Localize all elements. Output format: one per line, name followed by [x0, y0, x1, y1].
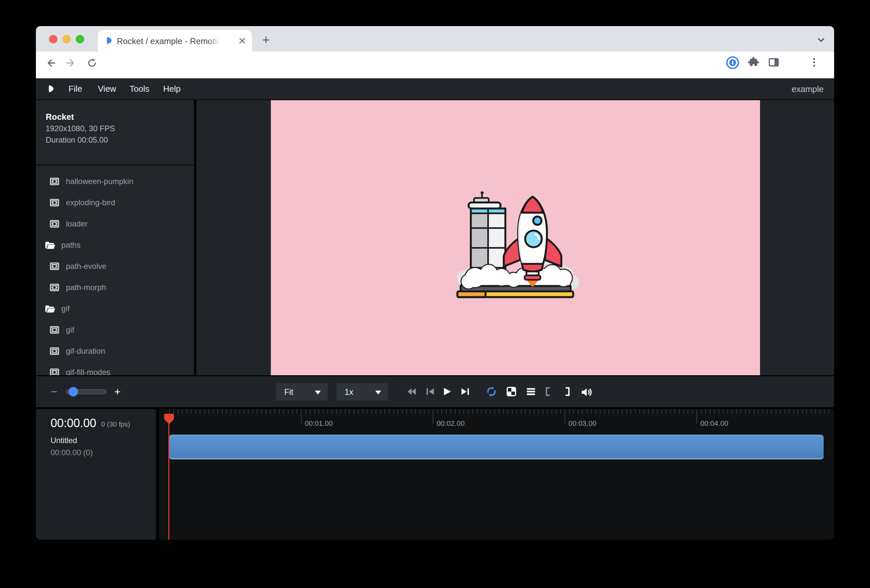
sidebar-item-label: gif-duration: [66, 347, 105, 356]
tab-strip: Rocket / example - Remotion Pr +: [36, 26, 834, 52]
menu-view[interactable]: View: [98, 84, 116, 94]
sidebar-folder-gif[interactable]: gif: [36, 298, 194, 319]
sidebar-item-loader[interactable]: loader: [36, 213, 194, 234]
open-folder-icon: [45, 240, 55, 251]
close-window-button[interactable]: [49, 35, 57, 43]
menu-tools[interactable]: Tools: [130, 84, 149, 94]
sidebar-item-gif-duration[interactable]: gif-duration: [36, 340, 194, 362]
transparency-checkerboard-icon[interactable]: [506, 386, 517, 397]
sidebar-item-halloween-pumpkin[interactable]: halloween-pumpkin: [36, 171, 194, 192]
side-panel-icon[interactable]: [767, 56, 780, 68]
ruler-label: 00:02.00: [436, 419, 465, 428]
second-tick: [696, 409, 697, 424]
app-menubar: File View Tools Help example: [36, 78, 834, 100]
timeline-track-bar[interactable]: [169, 435, 824, 460]
in-point-bracket-icon[interactable]: [542, 386, 553, 397]
film-icon: [50, 325, 60, 335]
timeline-rows-icon[interactable]: [525, 386, 536, 397]
reload-icon[interactable]: [86, 57, 98, 68]
content-area: Rocket 1920x1080, 30 FPS Duration 00:05.…: [36, 100, 834, 375]
size-select-dropdown[interactable]: Fit: [276, 383, 328, 401]
sidebar-item-label: gif: [61, 304, 70, 313]
browser-menu-kebab-icon[interactable]: [808, 56, 820, 68]
sidebar-item-label: paths: [61, 241, 80, 250]
ruler-label: 00:01.00: [305, 419, 333, 428]
second-tick: [565, 409, 565, 424]
chevron-down-icon: [315, 391, 321, 394]
menu-help[interactable]: Help: [163, 84, 180, 94]
film-icon: [50, 219, 60, 229]
film-icon: [50, 261, 60, 271]
film-icon: [50, 198, 60, 207]
next-frame-icon[interactable]: [460, 386, 471, 397]
minimize-window-button[interactable]: [62, 35, 71, 43]
zoom-slider-thumb[interactable]: [69, 387, 78, 396]
timeline-ruler[interactable]: [169, 409, 830, 414]
playhead-pin-icon[interactable]: [164, 413, 174, 426]
speed-select-dropdown[interactable]: 1x: [336, 383, 388, 401]
composition-list: halloween-pumpkin exploding-bird loader …: [36, 171, 194, 383]
sidebar-folder-paths[interactable]: paths: [36, 234, 194, 256]
menu-file[interactable]: File: [69, 84, 82, 94]
zoom-in-button[interactable]: +: [114, 386, 121, 398]
loop-icon[interactable]: [485, 385, 498, 398]
sidebar-item-exploding-bird[interactable]: exploding-bird: [36, 192, 194, 213]
remotion-logo-icon[interactable]: [46, 84, 56, 94]
chevron-down-icon: [375, 391, 381, 394]
ruler-label: 00:03.00: [569, 419, 597, 428]
tab-close-icon[interactable]: [238, 37, 246, 45]
sidebar-item-gif[interactable]: gif: [36, 319, 194, 340]
sidebar-item-path-morph[interactable]: path-morph: [36, 277, 194, 298]
back-icon[interactable]: [45, 57, 56, 68]
frame-counter: 0 (30 fps): [101, 420, 130, 428]
remotion-favicon-icon: [104, 36, 114, 45]
sidebar-item-label: path-morph: [66, 283, 106, 292]
film-icon: [50, 177, 60, 186]
new-tab-button[interactable]: +: [258, 33, 273, 48]
sidebar-item-label: gif: [66, 325, 74, 335]
browser-tab[interactable]: Rocket / example - Remotion Pr: [98, 30, 252, 52]
timeline-info-panel: 00:00.00 0 (30 fps) Untitled 00:00.00 (0…: [36, 409, 159, 540]
volume-icon[interactable]: [580, 386, 593, 398]
tab-search-chevron-icon[interactable]: [816, 35, 825, 45]
film-icon: [50, 346, 60, 356]
sidebar-item-label: halloween-pumpkin: [66, 177, 134, 186]
composition-canvas[interactable]: [271, 100, 760, 375]
size-select-value: Fit: [284, 387, 293, 397]
open-folder-icon: [45, 303, 55, 314]
zoom-window-button[interactable]: [76, 35, 84, 43]
preview-toolbar: − + Fit 1x: [36, 375, 834, 409]
skip-to-start-icon[interactable]: [406, 386, 417, 397]
composition-title: Rocket: [46, 112, 74, 122]
track-name: Untitled: [51, 436, 77, 445]
playhead-line[interactable]: [168, 414, 169, 540]
sidebar-viewer-divider[interactable]: [194, 100, 197, 375]
ruler-label: 00:04.00: [700, 419, 728, 428]
composition-duration: Duration 00:05.00: [46, 135, 108, 144]
second-tick: [433, 409, 434, 424]
sidebar-item-label: exploding-bird: [66, 198, 115, 207]
compositions-sidebar: Rocket 1920x1080, 30 FPS Duration 00:05.…: [36, 100, 194, 375]
track-time: 00:00.00 (0): [51, 448, 93, 457]
timeline-panel: 00:00.00 0 (30 fps) Untitled 00:00.00 (0…: [36, 409, 834, 540]
project-name-label: example: [792, 84, 824, 94]
play-icon[interactable]: [441, 386, 452, 397]
tab-title: Rocket / example - Remotion Pr: [117, 36, 220, 46]
previous-frame-icon[interactable]: [424, 386, 435, 397]
password-manager-extension-icon[interactable]: [726, 56, 739, 70]
preview-viewer: [197, 100, 834, 375]
current-time-display: 00:00.00: [51, 416, 96, 430]
sidebar-item-label: path-evolve: [66, 262, 106, 271]
browser-window: Rocket / example - Remotion Pr +: [36, 26, 834, 540]
zoom-out-button[interactable]: −: [51, 386, 57, 398]
sidebar-item-path-evolve[interactable]: path-evolve: [36, 256, 194, 277]
sidebar-item-label: loader: [66, 219, 88, 228]
composition-resolution: 1920x1080, 30 FPS: [46, 124, 115, 133]
speed-select-value: 1x: [345, 387, 353, 397]
extensions-puzzle-icon[interactable]: [747, 56, 760, 68]
second-tick: [301, 409, 301, 424]
out-point-bracket-icon[interactable]: [562, 386, 573, 397]
film-icon: [50, 283, 60, 292]
forward-icon[interactable]: [66, 57, 77, 68]
sidebar-divider: [36, 164, 194, 165]
